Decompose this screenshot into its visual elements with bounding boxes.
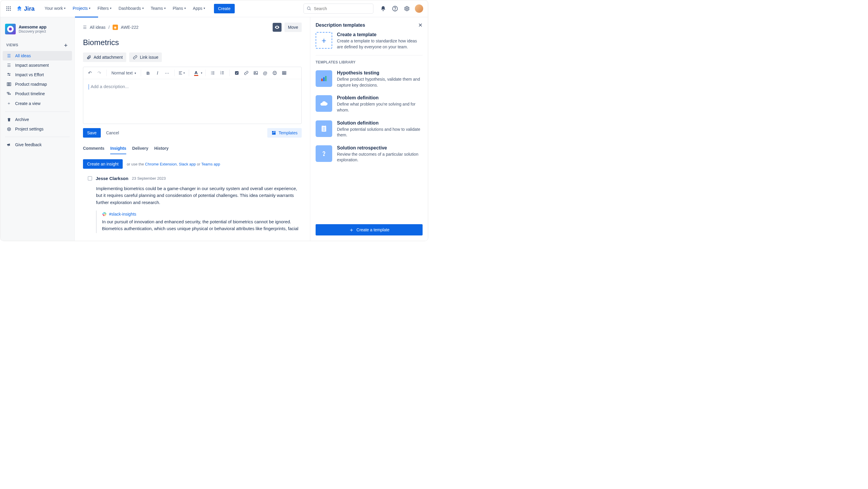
editor-textarea[interactable]: Add a description... (83, 79, 301, 124)
save-button[interactable]: Save (83, 128, 101, 138)
svg-rect-63 (325, 125, 326, 126)
sidebar-item-archive[interactable]: Archive (3, 115, 72, 124)
add-attachment-button[interactable]: Add attachment (83, 53, 126, 62)
create-template-footer-button[interactable]: ＋ Create a template (316, 224, 423, 235)
template-problem-definition[interactable]: Problem definition Define what problem y… (316, 92, 423, 117)
nav-dashboards[interactable]: Dashboards▾ (115, 4, 147, 14)
eye-icon (274, 25, 280, 30)
svg-rect-53 (272, 133, 276, 135)
nav-apps[interactable]: Apps▾ (189, 4, 209, 14)
add-view-icon[interactable]: ＋ (63, 41, 68, 49)
breadcrumb: ☰ All ideas / ◉ AWE-222 (83, 25, 138, 30)
italic-button[interactable]: I (154, 69, 162, 77)
nav-items: Your work▾ Projects▾ Filters▾ Dashboards… (41, 4, 209, 14)
watch-button[interactable] (273, 23, 282, 32)
sidebar-item-project-settings[interactable]: Project settings (3, 124, 72, 134)
sidebar-item-create-view[interactable]: ＋ Create a view (3, 98, 72, 109)
sidebar-item-all-ideas[interactable]: ☰ All ideas (3, 51, 72, 60)
nav-teams[interactable]: Teams▾ (147, 4, 169, 14)
sidebar-item-label: Archive (15, 117, 29, 122)
svg-point-12 (395, 10, 395, 10)
templates-panel: Description templates ✕ ＋ Create a templ… (310, 17, 428, 241)
issue-key[interactable]: AWE-222 (121, 25, 138, 30)
sidebar-item-product-timeline[interactable]: Product timeline (3, 89, 72, 98)
tab-history[interactable]: History (154, 144, 168, 154)
sidebar-item-impact-vs-effort[interactable]: Impact vs Effort (3, 70, 72, 80)
insert-image-button[interactable] (252, 69, 260, 77)
nav-filters[interactable]: Filters▾ (94, 4, 115, 14)
tab-insights[interactable]: Insights (110, 144, 126, 154)
chevron-down-icon: ▾ (184, 6, 186, 10)
numbered-list-button[interactable]: 123 (218, 69, 226, 77)
template-hypothesis-testing[interactable]: Hypothesis testing Define product hypoth… (316, 67, 423, 92)
chevron-down-icon: ▾ (64, 6, 65, 10)
tab-comments[interactable]: Comments (83, 144, 104, 154)
text-style-select[interactable]: Normal text ▾ (110, 69, 138, 77)
sidebar-item-label: Create a view (15, 101, 40, 106)
action-item-button[interactable] (232, 69, 241, 77)
sidebar-item-impact-assessment[interactable]: ☰ Impact assesment (3, 60, 72, 70)
tab-delivery[interactable]: Delivery (132, 144, 148, 154)
issue-title[interactable]: Biometrics (83, 38, 302, 47)
slack-app-link[interactable]: Slack app (179, 162, 195, 166)
create-insight-button[interactable]: Create an insight (83, 159, 123, 169)
cancel-button[interactable]: Cancel (102, 128, 123, 138)
top-nav: Jira Your work▾ Projects▾ Filters▾ Dashb… (0, 0, 428, 17)
chrome-extension-link[interactable]: Chrome Extension (145, 162, 177, 166)
search-input[interactable] (314, 6, 370, 11)
more-formatting-button[interactable]: ⋯ (163, 69, 171, 77)
user-avatar[interactable] (415, 4, 423, 13)
templates-button[interactable]: Templates (267, 128, 302, 138)
nav-projects[interactable]: Projects▾ (69, 4, 94, 14)
svg-rect-20 (10, 83, 11, 86)
chart-icon (316, 70, 332, 87)
nav-plans[interactable]: Plans▾ (169, 4, 189, 14)
chevron-down-icon: ▾ (204, 6, 205, 10)
project-header[interactable]: Awesome app Discovery project (3, 22, 72, 39)
link-issue-button[interactable]: Link issue (129, 53, 162, 62)
table-button[interactable] (280, 69, 288, 77)
redo-button[interactable]: ↷ (95, 69, 103, 77)
breadcrumb-separator: / (108, 25, 110, 30)
create-button[interactable]: Create (214, 4, 235, 13)
mention-button[interactable]: @ (261, 69, 269, 77)
svg-line-10 (310, 9, 311, 10)
create-template-card[interactable]: ＋ Create a template Create a template to… (316, 32, 423, 55)
emoji-button[interactable] (271, 69, 279, 77)
search-box[interactable] (304, 4, 373, 13)
text-color-button[interactable]: A (192, 69, 200, 77)
notifications-icon[interactable] (379, 5, 387, 12)
search-icon (307, 6, 311, 11)
breadcrumb-root[interactable]: All ideas (90, 25, 105, 30)
project-type: Discovery project (19, 29, 46, 33)
insight-checkbox[interactable] (88, 176, 92, 181)
slack-channel[interactable]: #slack-insights (109, 212, 136, 217)
bold-button[interactable]: B (144, 69, 152, 77)
sidebar-item-product-roadmap[interactable]: Product roadmap (3, 80, 72, 89)
nav-your-work[interactable]: Your work▾ (41, 4, 69, 14)
template-title: Solution retrospective (337, 145, 423, 151)
close-icon[interactable]: ✕ (418, 22, 423, 28)
activity-tabs: Comments Insights Delivery History (83, 144, 302, 154)
template-solution-retrospective[interactable]: Solution retrospective Review the outcom… (316, 142, 423, 167)
trash-icon (6, 117, 11, 122)
svg-rect-62 (323, 125, 324, 126)
attachment-icon (87, 55, 91, 60)
align-button[interactable]: ▾ (178, 69, 186, 77)
help-icon[interactable] (391, 5, 399, 12)
megaphone-icon (6, 142, 11, 147)
undo-button[interactable]: ↶ (86, 69, 94, 77)
settings-icon[interactable] (403, 5, 411, 12)
insert-link-button[interactable] (242, 69, 250, 77)
svg-rect-28 (212, 71, 214, 72)
jira-logo[interactable]: Jira (16, 5, 35, 12)
insight-author: Jesse Clarkson (96, 176, 128, 181)
app-switcher-icon[interactable] (5, 5, 12, 12)
sidebar-item-feedback[interactable]: Give feedback (3, 140, 72, 149)
template-solution-definition[interactable]: Solution definition Define potential sol… (316, 117, 423, 142)
move-button[interactable]: Move (284, 23, 302, 32)
teams-app-link[interactable]: Teams app (201, 162, 220, 166)
bullet-list-button[interactable] (209, 69, 217, 77)
sidebar-item-label: Project settings (15, 126, 43, 132)
svg-point-4 (8, 8, 9, 9)
